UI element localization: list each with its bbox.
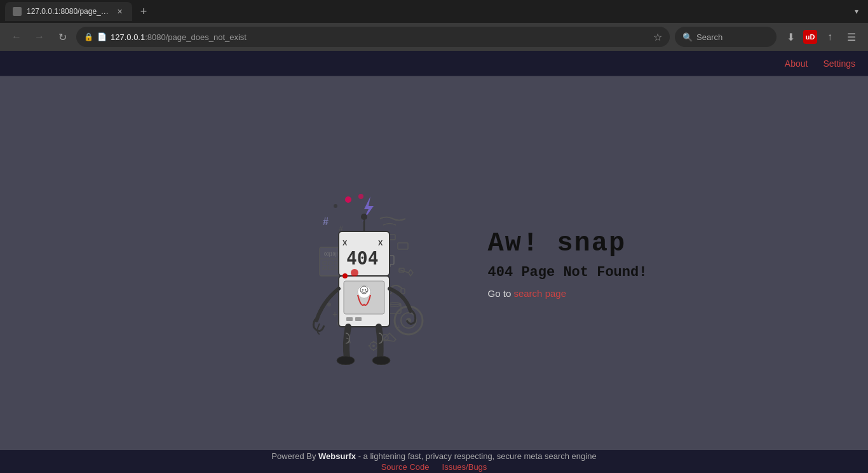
url-path: :8080/page_does_not_exist [145, 32, 247, 42]
menu-button[interactable]: ☰ [843, 28, 860, 46]
svg-text:00|10|!: 00|10|! [324, 252, 337, 257]
about-link[interactable]: About [785, 58, 808, 69]
source-code-link[interactable]: Source Code [381, 462, 430, 472]
svg-text:+: + [332, 309, 337, 319]
url-host: 127.0.0.1 [111, 32, 145, 42]
svg-text:+: + [396, 323, 400, 332]
svg-text:404: 404 [346, 248, 379, 269]
robot-illustration: # # 00|10|! [221, 161, 450, 365]
svg-point-47 [365, 289, 366, 291]
main-content: # # 00|10|! [0, 76, 868, 450]
ublock-label: uD [806, 33, 815, 41]
svg-rect-33 [401, 289, 405, 294]
footer-brand: Websurfx [318, 451, 356, 461]
tab-list-button[interactable]: ▾ [850, 5, 863, 18]
svg-point-1 [334, 204, 337, 208]
footer: Powered By Websurfx - a lightening fast,… [0, 450, 868, 473]
robot-svg: # # 00|10|! [221, 161, 450, 365]
tab-end: ▾ [850, 5, 863, 18]
tab-title: 127.0.0.1:8080/page_d... [27, 7, 109, 16]
url-text: 127.0.0.1:8080/page_does_not_exist [111, 32, 649, 42]
url-box[interactable]: 🔒 📄 127.0.0.1:8080/page_does_not_exist ☆ [76, 27, 670, 47]
tab-bar: 127.0.0.1:8080/page_d... ✕ + ▾ [0, 0, 868, 23]
issues-link[interactable]: Issues/Bugs [442, 462, 487, 472]
tab-favicon [13, 7, 22, 16]
svg-rect-6 [398, 243, 408, 249]
svg-text:#: # [323, 216, 329, 227]
search-icon: 🔍 [682, 32, 693, 42]
bookmark-star[interactable]: ☆ [653, 31, 662, 43]
back-button[interactable]: ← [8, 28, 25, 46]
error-description-prefix: Go to [488, 288, 514, 299]
error-heading: Aw! snap [488, 228, 648, 259]
error-description: Go to search page [488, 288, 648, 299]
menu-icon: ☰ [847, 31, 856, 43]
svg-point-53 [351, 269, 358, 277]
error-text: Aw! snap 404 Page Not Found! Go to searc… [488, 228, 648, 299]
download-button[interactable]: ⬇ [782, 28, 799, 46]
svg-point-2 [358, 194, 363, 199]
svg-point-52 [342, 273, 348, 278]
browser-chrome: 127.0.0.1:8080/page_d... ✕ + ▾ ← → ↻ 🔒 📄… [0, 0, 868, 51]
svg-rect-49 [355, 317, 362, 321]
search-label: Search [696, 32, 722, 42]
new-tab-button[interactable]: + [135, 3, 153, 20]
toolbar-icons: ⬇ uD ↑ ☰ [782, 28, 860, 46]
footer-powered-suffix: - a lightening fast, privacy respecting,… [356, 451, 597, 461]
search-page-link[interactable]: search page [513, 288, 566, 299]
share-icon: ↑ [827, 31, 832, 43]
svg-point-19 [327, 303, 331, 306]
share-button[interactable]: ↑ [821, 28, 839, 46]
svg-text:X: X [342, 239, 348, 247]
svg-point-0 [345, 196, 351, 203]
svg-point-46 [362, 289, 363, 291]
svg-point-41 [361, 214, 367, 220]
forward-button[interactable]: → [31, 28, 48, 46]
reload-button[interactable]: ↻ [53, 28, 71, 46]
ublock-button[interactable]: uD [803, 30, 817, 44]
tab-close-button[interactable]: ✕ [114, 6, 125, 17]
footer-powered-by: Powered By Websurfx - a lightening fast,… [271, 451, 596, 461]
settings-link[interactable]: Settings [823, 58, 855, 69]
svg-text:X: X [378, 239, 383, 247]
active-tab[interactable]: 127.0.0.1:8080/page_d... ✕ [5, 2, 132, 21]
download-icon: ⬇ [787, 31, 795, 43]
search-box[interactable]: 🔍 Search [675, 27, 776, 47]
footer-links: Source Code Issues/Bugs [381, 462, 487, 472]
app-nav: About Settings [0, 51, 868, 76]
svg-point-22 [372, 345, 375, 347]
svg-rect-48 [346, 317, 353, 321]
svg-point-51 [372, 356, 390, 365]
lock-icon: 🔒 [84, 32, 93, 41]
footer-powered-prefix: Powered By [271, 451, 318, 461]
page-icon: 📄 [97, 32, 107, 41]
svg-point-50 [337, 356, 355, 365]
error-subheading: 404 Page Not Found! [488, 264, 648, 280]
error-container: # # 00|10|! [221, 161, 648, 365]
address-bar: ← → ↻ 🔒 📄 127.0.0.1:8080/page_does_not_e… [0, 23, 868, 51]
